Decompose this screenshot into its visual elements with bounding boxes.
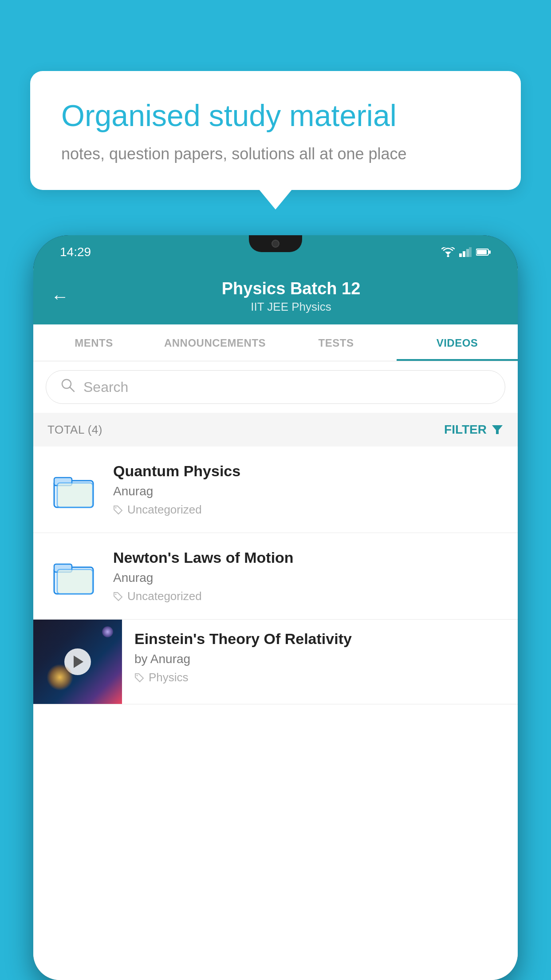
status-icons xyxy=(441,247,491,257)
header-title-area: Physics Batch 12 IIT JEE Physics xyxy=(82,279,500,314)
video-info: Einstein's Theory Of Relativity by Anura… xyxy=(134,620,504,695)
video-info: Newton's Laws of Motion Anurag Uncategor… xyxy=(113,549,504,603)
tab-announcements[interactable]: ANNOUNCEMENTS xyxy=(154,324,276,361)
app-header: ← Physics Batch 12 IIT JEE Physics xyxy=(33,269,518,324)
tag-icon xyxy=(113,592,123,601)
search-placeholder: Search xyxy=(83,379,128,395)
svg-rect-18 xyxy=(57,569,93,594)
bubble-title: Organised study material xyxy=(61,98,490,134)
list-item[interactable]: Einstein's Theory Of Relativity by Anura… xyxy=(33,620,518,704)
svg-rect-5 xyxy=(469,247,472,257)
video-tag: Physics xyxy=(134,671,504,684)
folder-icon xyxy=(52,470,96,510)
phone-frame: 14:29 xyxy=(33,235,518,980)
total-label: TOTAL (4) xyxy=(47,423,102,437)
svg-marker-11 xyxy=(492,425,503,434)
planet-orb xyxy=(47,664,73,691)
tag-icon xyxy=(134,673,144,683)
tabs-bar: MENTS ANNOUNCEMENTS TESTS VIDEOS xyxy=(33,324,518,361)
svg-line-10 xyxy=(70,387,74,391)
battery-icon xyxy=(476,248,491,256)
video-title: Quantum Physics xyxy=(113,462,504,480)
tag-icon xyxy=(113,505,123,515)
tab-ments[interactable]: MENTS xyxy=(33,324,154,361)
video-author: Anurag xyxy=(113,571,504,585)
tag-label: Uncategorized xyxy=(127,503,202,517)
svg-rect-4 xyxy=(466,249,469,257)
speech-bubble: Organised study material notes, question… xyxy=(30,71,521,190)
svg-rect-2 xyxy=(459,253,462,257)
list-item[interactable]: Newton's Laws of Motion Anurag Uncategor… xyxy=(33,533,518,620)
tab-tests[interactable]: TESTS xyxy=(276,324,397,361)
video-list: Quantum Physics Anurag Uncategorized xyxy=(33,447,518,980)
search-icon xyxy=(60,378,75,396)
tab-videos[interactable]: VIDEOS xyxy=(397,324,518,361)
camera xyxy=(272,240,279,248)
video-info: Quantum Physics Anurag Uncategorized xyxy=(113,462,504,517)
tag-label: Uncategorized xyxy=(127,589,202,603)
filter-funnel-icon xyxy=(491,423,504,436)
einstein-thumbnail xyxy=(33,620,122,704)
signal-icon xyxy=(459,247,472,257)
folder-icon xyxy=(52,556,96,596)
video-tag: Uncategorized xyxy=(113,589,504,603)
search-bar[interactable]: Search xyxy=(46,370,505,404)
svg-rect-7 xyxy=(477,250,487,254)
small-orb xyxy=(102,626,113,637)
search-container: Search xyxy=(33,361,518,413)
video-author: Anurag xyxy=(113,484,504,498)
header-subtitle: IIT JEE Physics xyxy=(82,300,500,314)
video-title: Einstein's Theory Of Relativity xyxy=(134,630,504,648)
wifi-icon xyxy=(441,247,455,257)
video-tag: Uncategorized xyxy=(113,503,504,517)
bubble-subtitle: notes, question papers, solutions all at… xyxy=(61,145,490,163)
svg-point-1 xyxy=(447,255,449,257)
filter-button[interactable]: FILTER xyxy=(444,423,504,437)
svg-rect-8 xyxy=(489,250,491,254)
folder-thumbnail xyxy=(47,549,101,603)
filter-row: TOTAL (4) FILTER xyxy=(33,413,518,447)
svg-rect-3 xyxy=(463,251,465,257)
list-item[interactable]: Quantum Physics Anurag Uncategorized xyxy=(33,447,518,533)
svg-point-20 xyxy=(137,675,138,676)
phone-content: ← Physics Batch 12 IIT JEE Physics MENTS… xyxy=(33,269,518,980)
status-bar: 14:29 xyxy=(33,235,518,269)
folder-thumbnail xyxy=(47,463,101,516)
video-author: by Anurag xyxy=(134,652,504,666)
back-button[interactable]: ← xyxy=(51,287,69,307)
svg-rect-14 xyxy=(57,483,93,507)
status-time: 14:29 xyxy=(60,245,91,259)
header-title: Physics Batch 12 xyxy=(82,279,500,298)
play-triangle-icon xyxy=(74,656,83,668)
svg-point-19 xyxy=(115,593,117,595)
filter-label: FILTER xyxy=(444,423,487,437)
phone-notch xyxy=(249,235,302,252)
svg-point-15 xyxy=(115,507,117,508)
svg-marker-0 xyxy=(445,252,451,255)
video-title: Newton's Laws of Motion xyxy=(113,549,504,566)
tag-label: Physics xyxy=(149,671,189,684)
